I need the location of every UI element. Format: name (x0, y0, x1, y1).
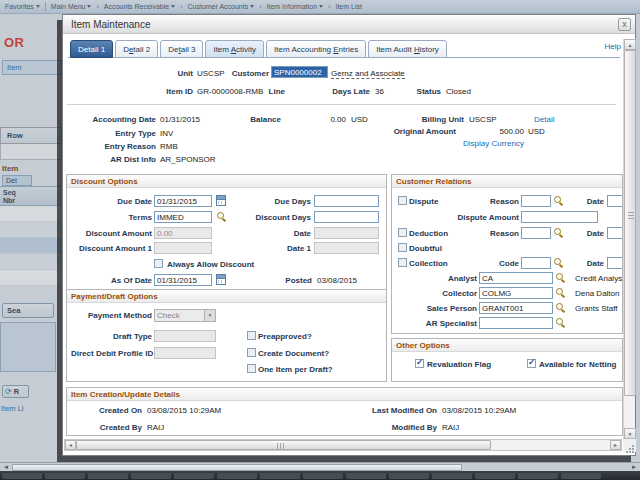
dispute-label: Dispute (409, 197, 469, 206)
tab-detail-1[interactable]: Detail 1 (70, 40, 113, 58)
entry-reason-label: Entry Reason (66, 142, 156, 151)
lookup-icon[interactable] (555, 273, 565, 283)
tab-bar: Detail 1 Detail 2 Detail 3 Item Activity… (70, 40, 447, 58)
other-options-title: Other Options (392, 339, 622, 352)
scroll-right-icon[interactable]: ► (629, 463, 639, 471)
modified-by-value: RAIJ (442, 423, 459, 432)
analyst-label: Analyst (417, 274, 477, 283)
one-item-per-draft-checkbox[interactable] (247, 364, 256, 373)
customer-id-input[interactable]: SPN0000002 (271, 66, 328, 78)
lookup-icon[interactable] (553, 228, 563, 238)
collection-checkbox[interactable] (398, 258, 407, 267)
lookup-icon[interactable] (555, 288, 565, 298)
terms-label: Terms (71, 213, 152, 222)
deduction-date-input[interactable] (607, 227, 623, 239)
calendar-icon[interactable] (216, 274, 226, 285)
customer-name-link[interactable]: Gernz and Associate (331, 69, 405, 79)
collection-date-input[interactable] (607, 257, 623, 269)
revaluation-flag-checkbox[interactable]: ✓ (415, 359, 424, 368)
ar-dist-info-label: AR Dist Info (66, 155, 156, 164)
tab-detail-2[interactable]: Detail 2 (115, 40, 158, 58)
discount-options-group: Discount Options Due Date 01/31/2015 Due… (66, 174, 387, 295)
tab-item-audit-history[interactable]: Item Audit History (368, 40, 447, 58)
screen: Favorites Main Menu › Accounts Receivabl… (0, 0, 640, 480)
created-by-value: RAIJ (147, 423, 164, 432)
collection-code-label: Code (469, 259, 519, 268)
analyst-input[interactable]: CA (479, 272, 553, 284)
taskbar-segment (518, 473, 558, 479)
horizontal-scrollbar-thumb[interactable] (76, 440, 491, 450)
tab-detail-3[interactable]: Detail 3 (160, 40, 203, 58)
posted-value: 03/08/2015 (317, 276, 357, 285)
lookup-icon[interactable] (555, 303, 565, 313)
created-on-value: 03/08/2015 10:29AM (147, 406, 221, 415)
lookup-icon[interactable] (555, 318, 565, 328)
dispute-reason-label: Reason (469, 197, 519, 206)
dispute-checkbox[interactable] (398, 196, 407, 205)
collection-date-label: Date (564, 259, 604, 268)
collector-input[interactable]: COLMG (479, 287, 553, 299)
lookup-icon[interactable] (553, 196, 563, 206)
dispute-amount-label: Dispute Amount (439, 213, 519, 222)
tab-item-accounting-entries[interactable]: Item Accounting Entries (266, 40, 366, 58)
preapproved-checkbox[interactable] (247, 331, 256, 340)
taskbar-segment (561, 473, 601, 479)
scroll-down-icon[interactable]: ▼ (624, 428, 636, 439)
doubtful-checkbox[interactable] (398, 243, 407, 252)
dispute-date-input[interactable] (607, 195, 623, 207)
taskbar (0, 471, 640, 480)
deduction-checkbox[interactable] (398, 228, 407, 237)
dispute-reason-input[interactable] (521, 195, 551, 207)
payment-method-label: Payment Method (71, 311, 152, 320)
always-allow-discount-label: Always Allow Discount (167, 260, 277, 269)
customer-relations-title: Customer Relations (392, 175, 622, 188)
page-horizontal-scrollbar[interactable]: ◄ ► (0, 462, 640, 471)
billing-unit-label: Billing Unit (374, 115, 464, 124)
preapproved-label: Preapproved? (258, 332, 358, 341)
as-of-date-label: As Of Date (71, 276, 152, 285)
page-scrollbar-thumb[interactable] (12, 464, 462, 471)
other-options-group: Other Options ✓ Revaluation Flag ✓ Avail… (391, 338, 623, 382)
taskbar-segment (2, 473, 42, 479)
due-date-input[interactable]: 01/31/2015 (154, 195, 212, 207)
discount-amount-1-label: Discount Amount 1 (71, 244, 152, 253)
resize-grip[interactable] (623, 439, 636, 452)
sales-person-input[interactable]: GRANT001 (479, 302, 553, 314)
create-document-checkbox[interactable] (247, 348, 256, 357)
scrollbar-grip (277, 443, 285, 449)
dispute-date-label: Date (564, 197, 604, 206)
lookup-icon[interactable] (553, 258, 563, 268)
days-late-label: Days Late (300, 87, 370, 96)
taskbar-segment (346, 473, 386, 479)
help-link[interactable]: Help (605, 42, 621, 51)
billing-unit-value: USCSP (469, 115, 497, 124)
detail-link[interactable]: Detail (534, 115, 554, 124)
scroll-up-icon[interactable]: ▲ (624, 39, 636, 50)
display-currency-link[interactable]: Display Currency (463, 139, 524, 148)
close-icon[interactable]: x (618, 18, 631, 31)
scroll-right-icon[interactable]: ► (610, 440, 621, 450)
available-for-netting-checkbox[interactable]: ✓ (527, 359, 536, 368)
always-allow-discount-checkbox[interactable] (154, 259, 163, 268)
dispute-amount-input[interactable] (521, 211, 598, 223)
modal-horizontal-scrollbar[interactable]: ◄ ► (64, 439, 622, 451)
modal-vertical-scrollbar[interactable]: ▲ ▼ (623, 39, 635, 439)
ar-specialist-input[interactable] (479, 317, 553, 329)
discount-days-input[interactable] (314, 211, 379, 223)
due-days-input[interactable] (314, 195, 379, 207)
vertical-scrollbar-thumb[interactable] (624, 50, 636, 396)
terms-input[interactable]: IMMED (154, 211, 212, 223)
scroll-left-icon[interactable]: ◄ (1, 463, 11, 471)
as-of-date-input[interactable]: 01/31/2015 (154, 274, 212, 286)
taskbar-segment (131, 473, 171, 479)
payment-draft-options-title: Payment/Draft Options (67, 290, 386, 303)
direct-debit-profile-id-label: Direct Debit Profile ID (71, 349, 152, 358)
taskbar-segment (303, 473, 343, 479)
payment-draft-options-group: Payment/Draft Options Payment Method Che… (66, 289, 387, 382)
scroll-left-icon[interactable]: ◄ (65, 440, 76, 450)
payment-method-select: Check ▼ (154, 309, 216, 322)
due-days-label: Due Days (217, 197, 311, 206)
tab-item-activity[interactable]: Item Activity (205, 40, 264, 58)
collection-code-input[interactable] (521, 257, 551, 269)
deduction-reason-input[interactable] (521, 227, 551, 239)
